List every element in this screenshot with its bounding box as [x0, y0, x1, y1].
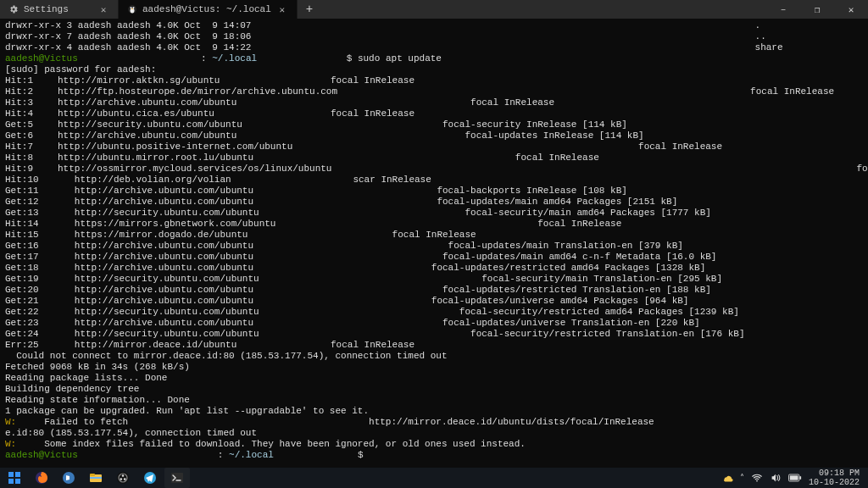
svg-rect-5	[8, 472, 14, 477]
firefox-icon[interactable]	[29, 468, 54, 488]
svg-rect-23	[790, 475, 798, 480]
terminal-line: 1 package can be upgraded. Run 'apt list…	[5, 406, 863, 417]
taskbar: ˄ 09:18 PM 10-10-2022	[0, 468, 868, 488]
terminal-line: Hit:7http://ubuntu.positive-internet.com…	[5, 141, 863, 152]
terminal-line: Get:24 http://security.ubuntu.com/ubuntu…	[5, 329, 863, 340]
terminal-line: Hit:2http://ftp.hosteurope.de/mirror/arc…	[5, 86, 863, 97]
terminal-line: drwxr-xr-x 4 aadesh aadesh 4.0K Oct 9 14…	[5, 42, 863, 53]
close-icon[interactable]: ✕	[276, 3, 288, 15]
battery-icon[interactable]	[788, 474, 802, 482]
system-tray: ˄ 09:18 PM 10-10-2022	[715, 469, 866, 487]
terminal-line: Could not connect to mirror.deace.id:80 …	[5, 351, 863, 362]
clock[interactable]: 09:18 PM 10-10-2022	[809, 469, 860, 487]
svg-point-18	[124, 478, 126, 480]
terminal-line: Get:20 http://archive.ubuntu.com/ubuntu …	[5, 285, 863, 296]
clock-date: 10-10-2022	[809, 478, 860, 487]
terminal-line: Get:16 http://archive.ubuntu.com/ubuntu …	[5, 241, 863, 252]
terminal-line: Get:11 http://archive.ubuntu.com/ubuntu …	[5, 186, 863, 197]
terminal-output[interactable]: drwxr-xr-x 3 aadesh aadesh 4.0K Oct 9 14…	[0, 19, 868, 468]
svg-point-21	[756, 480, 758, 482]
terminal-line: Building dependency tree	[5, 384, 863, 395]
minimize-button[interactable]: –	[766, 0, 800, 19]
terminal-line: Hit:15 https://mirror.dogado.de/ubuntu f…	[5, 230, 863, 241]
terminal-line: W: Failed to fetch http://mirror.deace.i…	[5, 417, 863, 428]
terminal-line: Hit:9http://ossmirror.mycloud.services/o…	[5, 164, 863, 175]
terminal-line: Get:19 http://security.ubuntu.com/ubuntu…	[5, 274, 863, 285]
svg-rect-6	[15, 472, 20, 477]
terminal-line: aadesh@Victus : ~/.local $ sudo apt upda…	[5, 53, 863, 64]
svg-rect-13	[90, 477, 102, 479]
svg-point-2	[131, 7, 132, 8]
gear-icon	[8, 4, 19, 14]
svg-rect-8	[15, 479, 20, 484]
terminal-line: Get:22 http://security.ubuntu.com/ubuntu…	[5, 307, 863, 318]
tab-settings[interactable]: Settings ✕	[0, 0, 119, 19]
new-tab-button[interactable]: +	[298, 0, 321, 19]
close-icon[interactable]: ✕	[97, 3, 109, 15]
terminal-line: Get:23 http://archive.ubuntu.com/ubuntu …	[5, 318, 863, 329]
penguin-icon	[127, 4, 137, 14]
terminal-line: W: Some index files failed to download. …	[5, 439, 863, 450]
tab-label: aadesh@Victus: ~/.local	[142, 4, 271, 14]
terminal-line: drwxr-xr-x 7 aadesh aadesh 4.0K Oct 9 18…	[5, 31, 863, 42]
terminal-line: Get:12 http://archive.ubuntu.com/ubuntu …	[5, 197, 863, 208]
obs-icon[interactable]	[110, 468, 136, 488]
start-icon[interactable]	[2, 468, 27, 488]
chevron-up-icon[interactable]: ˄	[740, 473, 744, 483]
terminal-line: drwxr-xr-x 3 aadesh aadesh 4.0K Oct 9 14…	[5, 20, 863, 31]
terminal-line: Get:13 http://security.ubuntu.com/ubuntu…	[5, 208, 863, 219]
volume-icon[interactable]	[770, 472, 782, 484]
terminal-window: Settings ✕ aadesh@Victus: ~/.local ✕ + –…	[0, 0, 868, 488]
terminal-line: e.id:80 (185.53.177.54), connection time…	[5, 428, 863, 439]
terminal-line: aadesh@Victus : ~/.local $	[5, 450, 863, 461]
terminal-line: Hit:1http://mirror.aktkn.sg/ubuntufocal …	[5, 75, 863, 86]
terminal-line: Get:6http://archive.ubuntu.com/ubuntu fo…	[5, 130, 863, 141]
terminal-line: Hit:8http://ubuntu.mirror.root.lu/ubuntu…	[5, 152, 863, 164]
terminal-icon[interactable]	[164, 468, 190, 488]
terminal-line: Err:25 http://mirror.deace.id/ubuntufoca…	[5, 340, 863, 351]
terminal-line: Hit:4http://ubuntu.cica.es/ubuntufocal I…	[5, 108, 863, 119]
terminal-line: Hit:10 http://deb.volian.org/volian scar…	[5, 175, 863, 186]
terminal-line: [sudo] password for aadesh:	[5, 64, 863, 75]
terminal-line: Get:5http://security.ubuntu.com/ubuntu f…	[5, 119, 863, 130]
svg-point-17	[120, 478, 123, 480]
terminal-line: Hit:14 https://mirrors.gbnetwork.com/ubu…	[5, 219, 863, 230]
svg-rect-7	[8, 479, 14, 484]
wifi-icon[interactable]	[751, 472, 763, 484]
svg-rect-20	[171, 473, 183, 483]
close-button[interactable]: ✕	[834, 0, 868, 19]
terminal-line: Get:18 http://archive.ubuntu.com/ubuntu …	[5, 263, 863, 274]
tab-label: Settings	[24, 4, 92, 14]
weather-icon[interactable]	[721, 472, 733, 484]
tab-terminal[interactable]: aadesh@Victus: ~/.local ✕	[119, 0, 298, 19]
terminal-line: Get:21 http://archive.ubuntu.com/ubuntu …	[5, 296, 863, 307]
terminal-line: Reading state information... Done	[5, 395, 863, 406]
terminal-line: Hit:3http://archive.ubuntu.com/ubuntu fo…	[5, 97, 863, 108]
svg-rect-12	[90, 474, 95, 476]
svg-point-3	[133, 7, 135, 8]
svg-point-4	[131, 8, 133, 9]
terminal-line: Get:17 http://archive.ubuntu.com/ubuntu …	[5, 252, 863, 263]
terminal-line: Fetched 9068 kB in 34s (268 kB/s)	[5, 362, 863, 373]
clock-time: 09:18 PM	[809, 469, 860, 478]
telegram-icon[interactable]	[137, 468, 163, 488]
qbittorrent-icon[interactable]	[56, 468, 81, 488]
window-controls: – ❐ ✕	[766, 0, 868, 19]
file-explorer-icon[interactable]	[83, 468, 108, 488]
titlebar: Settings ✕ aadesh@Victus: ~/.local ✕ + –…	[0, 0, 868, 19]
svg-rect-24	[799, 476, 801, 480]
terminal-line: Reading package lists... Done	[5, 373, 863, 384]
maximize-button[interactable]: ❐	[800, 0, 834, 19]
svg-point-16	[122, 474, 125, 477]
